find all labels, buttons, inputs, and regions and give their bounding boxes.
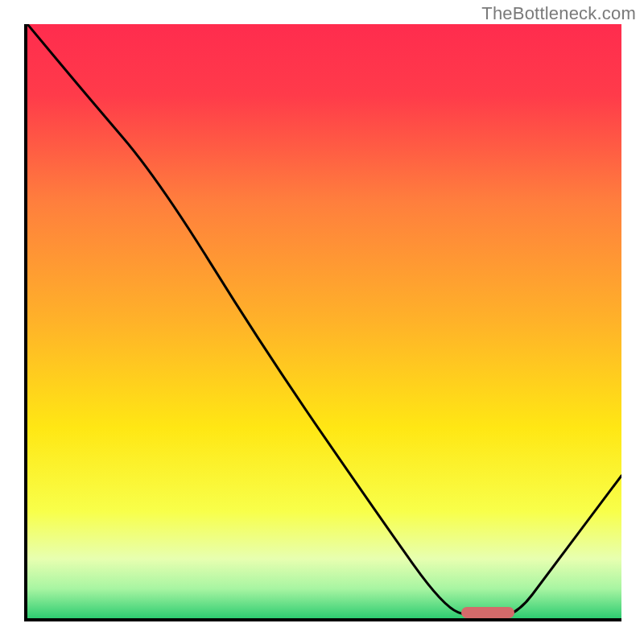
optimum-marker <box>461 607 514 618</box>
plot-area <box>24 24 621 621</box>
chart-canvas: TheBottleneck.com <box>0 0 644 644</box>
bottleneck-curve <box>27 24 621 618</box>
curve-path <box>27 24 621 618</box>
watermark-text: TheBottleneck.com <box>481 3 636 24</box>
